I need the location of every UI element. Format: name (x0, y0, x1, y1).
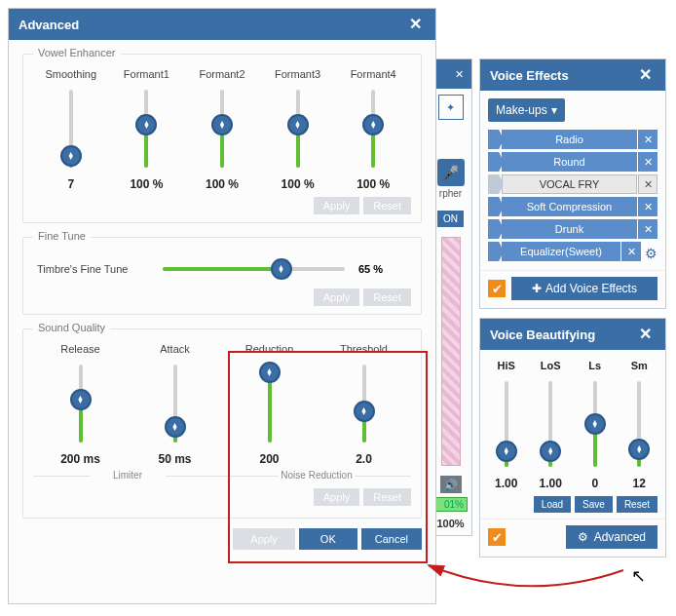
save-button[interactable]: Save (575, 496, 613, 513)
effect-item[interactable]: Drunk ✕ (488, 219, 657, 239)
vertical-slider[interactable] (290, 90, 306, 168)
slider-value: 7 (67, 177, 74, 191)
apply-button[interactable]: Apply (233, 528, 295, 550)
voice-effects-panel: Voice Effects ✕ Make-ups ▾ Radio ✕ Round… (479, 58, 666, 309)
slider-value: 0 (591, 477, 598, 490)
remove-effect-icon[interactable]: ✕ (638, 174, 657, 194)
remove-effect-icon[interactable]: ✕ (638, 219, 657, 239)
vertical-slider[interactable] (63, 90, 79, 168)
sound-quality-group: Sound Quality Release 200 ms Attack 50 m… (22, 328, 422, 519)
slider-label: Reduction (245, 343, 294, 357)
noise-reduction-legend: Noise Reduction (222, 470, 411, 481)
ok-button[interactable]: OK (299, 528, 357, 550)
slider-label: Smoothing (46, 68, 97, 82)
dropdown-label: Make-ups (496, 103, 547, 117)
apply-button[interactable]: Apply (314, 197, 360, 214)
slider-label: LoS (541, 360, 561, 373)
makeups-dropdown[interactable]: Make-ups ▾ (488, 98, 565, 122)
slider-value: 100 % (282, 177, 315, 191)
enable-checkbox[interactable]: ✔ (488, 280, 506, 297)
close-icon[interactable]: ✕ (635, 327, 656, 342)
slider-value: 2.0 (356, 452, 372, 466)
effect-item[interactable]: Soft Compression ✕ (488, 197, 657, 216)
slider-value: 200 (259, 452, 279, 466)
vertical-slider[interactable] (587, 381, 603, 467)
close-icon[interactable]: ✕ (635, 67, 656, 83)
fine-tune-group: Fine Tune Timbre's Fine Tune 65 % Apply … (22, 237, 422, 315)
remove-effect-icon[interactable]: ✕ (638, 197, 657, 216)
slider-value: 50 ms (158, 452, 191, 466)
slider-value: 100 % (130, 177, 163, 191)
apply-button[interactable]: Apply (314, 289, 360, 306)
slider-label: Formant1 (124, 68, 169, 82)
sliders-icon: ⚙ (578, 530, 588, 544)
slider-value: 100 % (206, 177, 239, 191)
close-icon[interactable]: ✕ (405, 17, 426, 32)
slider-value: 12 (633, 477, 646, 490)
vertical-slider[interactable] (262, 365, 278, 443)
plus-icon: ✚ (532, 282, 542, 295)
panel-title: Voice Beautifying (490, 327, 635, 342)
vertical-slider[interactable] (73, 365, 89, 443)
vertical-slider[interactable] (168, 365, 183, 443)
enable-checkbox[interactable]: ✔ (488, 528, 506, 546)
waveform-area (441, 237, 461, 466)
gear-icon[interactable]: ⚙ (645, 246, 657, 261)
effect-item[interactable]: Radio ✕ (488, 130, 657, 149)
vowel-enhancer-group: Vowel Enhancer Smoothing 7 Formant1 100 … (22, 54, 422, 223)
add-voice-effects-button[interactable]: ✚ Add Voice Effects (511, 277, 657, 300)
chevron-down-icon: ▾ (551, 103, 557, 117)
level-percent: 01% (433, 497, 468, 512)
fine-tune-slider[interactable] (163, 261, 345, 277)
add-label: Add Voice Effects (545, 282, 637, 295)
slider-label: Threshold (340, 343, 388, 357)
fine-tune-value: 65 % (358, 263, 407, 275)
effect-label: Soft Compression (502, 197, 637, 216)
effect-label: Drunk (502, 219, 637, 239)
vertical-slider[interactable] (138, 90, 154, 168)
morpher-label-fragment: rpher (439, 188, 462, 199)
effect-label: VOCAL FRY (502, 174, 637, 194)
reset-button[interactable]: Reset (617, 496, 657, 513)
vertical-slider[interactable] (357, 365, 372, 443)
close-icon[interactable]: ✕ (455, 68, 464, 81)
slider-label: Ls (588, 360, 601, 373)
voice-icon[interactable]: 🎤 (437, 159, 465, 186)
effect-item[interactable]: Equalizer(Sweet) ✕ (488, 242, 641, 261)
remove-effect-icon[interactable]: ✕ (638, 152, 657, 172)
slider-value: 1.00 (540, 477, 562, 490)
vertical-slider[interactable] (214, 90, 230, 168)
effect-label: Round (502, 152, 637, 172)
speaker-icon[interactable]: 🔊 (440, 476, 462, 493)
panel-title: Voice Effects (490, 68, 635, 83)
cancel-button[interactable]: Cancel (361, 528, 422, 550)
on-badge[interactable]: ON (437, 211, 464, 227)
effect-label: Equalizer(Sweet) (502, 242, 620, 261)
advanced-label: Advanced (594, 530, 646, 544)
group-legend: Fine Tune (33, 230, 91, 242)
slider-label: Formant4 (351, 68, 396, 82)
remove-effect-icon[interactable]: ✕ (621, 242, 641, 261)
vertical-slider[interactable] (499, 381, 514, 467)
cursor-icon: ↖ (631, 565, 646, 587)
hundred-percent: 100% (436, 518, 464, 529)
remove-effect-icon[interactable]: ✕ (638, 130, 657, 149)
effect-label: Radio (502, 130, 637, 149)
reset-button[interactable]: Reset (363, 488, 411, 506)
sparkle-icon[interactable]: ✦ (438, 95, 464, 120)
reset-button[interactable]: Reset (363, 197, 411, 214)
group-legend: Vowel Enhancer (33, 47, 121, 58)
effect-item[interactable]: VOCAL FRY ✕ (488, 174, 657, 194)
vertical-slider[interactable] (543, 381, 558, 467)
load-button[interactable]: Load (534, 496, 571, 513)
vertical-slider[interactable] (631, 381, 647, 467)
apply-button[interactable]: Apply (314, 488, 360, 506)
dialog-title: Advanced (19, 18, 405, 32)
reset-button[interactable]: Reset (363, 289, 411, 306)
advanced-button[interactable]: ⚙ Advanced (566, 525, 657, 549)
effect-item[interactable]: Round ✕ (488, 152, 657, 172)
advanced-dialog: Advanced ✕ Vowel Enhancer Smoothing 7 Fo… (8, 8, 436, 604)
slider-label: HiS (498, 360, 515, 373)
vertical-slider[interactable] (365, 90, 381, 168)
slider-value: 200 ms (60, 452, 100, 466)
